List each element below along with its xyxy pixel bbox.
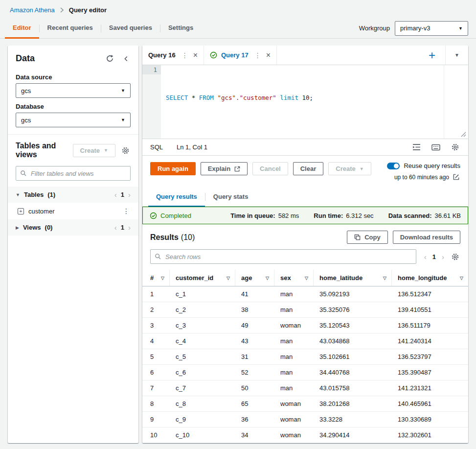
column-header-index[interactable]: #▽	[142, 270, 170, 286]
caret-down-icon: ▼	[360, 166, 364, 171]
editor-resize-handle[interactable]	[461, 132, 466, 137]
column-header-customer-id[interactable]: customer_id▽	[170, 270, 235, 286]
views-section-count: (0)	[45, 224, 53, 231]
column-header-age[interactable]: age▽	[235, 270, 274, 286]
code-line: SELECT * FROM "gcs"."customer" limit 10;	[166, 93, 468, 102]
table-cell: 36	[235, 412, 274, 427]
results-prev-page-icon[interactable]: ‹	[424, 253, 427, 261]
table-cell: 52	[235, 365, 274, 380]
editor-settings-gear-icon[interactable]	[450, 142, 460, 152]
tab-recent-queries[interactable]: Recent queries	[40, 19, 101, 39]
query-tab-kebab-icon[interactable]: ⋮	[181, 51, 189, 59]
database-value: gcs	[21, 117, 31, 124]
new-query-tab-button[interactable]: +	[419, 46, 445, 65]
table-cell: 130.330689	[392, 412, 468, 427]
data-source-select[interactable]: gcs ▼	[16, 83, 131, 98]
table-cell: 49	[235, 318, 274, 333]
sort-icon[interactable]: ▽	[305, 276, 308, 281]
table-row: 6c_652man34.440768135.390487	[142, 365, 468, 380]
table-cell: 139.410551	[392, 302, 468, 318]
table-cell: woman	[274, 396, 314, 412]
tables-section-header[interactable]: ▼ Tables (1) ‹ 1 ›	[8, 187, 138, 203]
table-cell: 35.325076	[314, 302, 392, 318]
reuse-results-toggle[interactable]	[387, 163, 400, 169]
prev-page-icon[interactable]: ‹	[114, 191, 117, 198]
tab-settings[interactable]: Settings	[160, 19, 201, 39]
clear-button[interactable]: Clear	[293, 162, 324, 175]
filter-tables-input[interactable]	[16, 166, 131, 181]
query-status-text: Completed	[160, 212, 191, 219]
query-tab-17[interactable]: Query 17 ⋮ ×	[204, 46, 277, 65]
tab-list-caret-icon[interactable]: ▼	[445, 46, 468, 65]
sort-icon[interactable]: ▽	[460, 276, 463, 281]
table-cell: 10	[142, 427, 170, 443]
column-header-home-latitude[interactable]: home_latitude▽	[314, 270, 392, 286]
copy-button[interactable]: Copy	[347, 231, 388, 244]
search-icon	[155, 253, 161, 260]
run-again-button[interactable]: Run again	[150, 162, 196, 175]
table-cell: 9	[142, 412, 170, 427]
refresh-icon[interactable]	[105, 53, 115, 64]
data-source-label: Data source	[16, 73, 131, 81]
format-query-icon[interactable]	[411, 142, 422, 152]
column-header-sex[interactable]: sex▽	[274, 270, 314, 286]
cancel-button[interactable]: Cancel	[252, 162, 288, 175]
tables-settings-gear-icon[interactable]	[120, 145, 131, 156]
download-results-button[interactable]: Download results	[393, 231, 460, 244]
breadcrumb-link-athena[interactable]: Amazon Athena	[10, 6, 55, 14]
tab-editor[interactable]: Editor	[5, 19, 39, 39]
create-table-button[interactable]: Create ▼	[73, 144, 115, 157]
line-number-gutter: 1	[142, 65, 161, 139]
next-page-icon[interactable]: ›	[128, 224, 131, 231]
table-cell: 1	[142, 286, 170, 302]
explain-button[interactable]: Explain	[201, 162, 248, 175]
section-expanded-icon: ▼	[16, 192, 20, 197]
table-cell: 31	[235, 349, 274, 365]
search-rows-input[interactable]	[150, 249, 416, 264]
results-preferences-gear-icon[interactable]	[450, 252, 460, 262]
expand-table-icon[interactable]: +	[18, 208, 24, 214]
run-time-value: 6.312 sec	[346, 212, 373, 219]
table-cell: c_2	[170, 302, 235, 318]
collapse-panel-icon[interactable]	[122, 54, 131, 63]
sort-icon[interactable]: ▽	[227, 276, 230, 281]
query-tab-16[interactable]: Query 16 ⋮ ×	[142, 46, 204, 65]
sort-icon[interactable]: ▽	[161, 276, 164, 281]
query-tab-kebab-icon[interactable]: ⋮	[253, 51, 262, 59]
table-cell: man	[274, 380, 314, 396]
tab-saved-queries[interactable]: Saved queries	[101, 19, 160, 39]
caret-down-icon: ▼	[104, 148, 108, 153]
create-button[interactable]: Create ▼	[328, 162, 371, 175]
column-header-home-longitude[interactable]: home_longitude▽	[392, 270, 468, 286]
next-page-icon[interactable]: ›	[128, 191, 131, 198]
sort-icon[interactable]: ▽	[266, 276, 269, 281]
workgroup-label: Workgroup	[359, 24, 390, 32]
results-next-page-icon[interactable]: ›	[442, 253, 444, 261]
breadcrumb-current: Query editor	[69, 6, 107, 14]
table-row: 3c_349woman35.120543136.511179	[142, 318, 468, 333]
table-cell: 65	[235, 396, 274, 412]
table-cell: man	[274, 349, 314, 365]
table-cell: c_6	[170, 365, 235, 380]
prev-page-icon[interactable]: ‹	[114, 224, 117, 231]
database-select[interactable]: gcs ▼	[16, 113, 131, 127]
table-row: 4c_443man43.034868141.240314	[142, 333, 468, 349]
table-cell: 34.440768	[314, 365, 392, 380]
table-row: 10c_1034woman34.290414132.302601	[142, 427, 468, 443]
keyboard-shortcuts-icon[interactable]	[431, 143, 441, 152]
tab-query-results[interactable]: Query results	[148, 187, 205, 207]
query-tab-strip: Query 16 ⋮ × Query 17 ⋮ × + ▼	[142, 46, 468, 65]
table-cell: man	[274, 302, 314, 318]
table-cell: woman	[274, 318, 314, 333]
edit-reuse-window-icon[interactable]	[452, 173, 460, 181]
sql-editor[interactable]: 1 SELECT * FROM "gcs"."customer" limit 1…	[142, 65, 468, 139]
workgroup-select[interactable]: primary-v3 ▼	[395, 21, 468, 36]
tab-query-stats[interactable]: Query stats	[205, 187, 256, 207]
sort-icon[interactable]: ▽	[383, 276, 386, 281]
close-tab-icon[interactable]: ×	[193, 51, 198, 60]
table-row: 5c_531man35.102661136.523797	[142, 349, 468, 365]
close-tab-icon[interactable]: ×	[266, 51, 271, 60]
table-item-customer[interactable]: + customer ⋮	[8, 203, 138, 219]
views-section-header[interactable]: ▶ Views (0) ‹ 1 ›	[8, 219, 138, 236]
table-item-kebab-icon[interactable]: ⋮	[122, 207, 131, 215]
